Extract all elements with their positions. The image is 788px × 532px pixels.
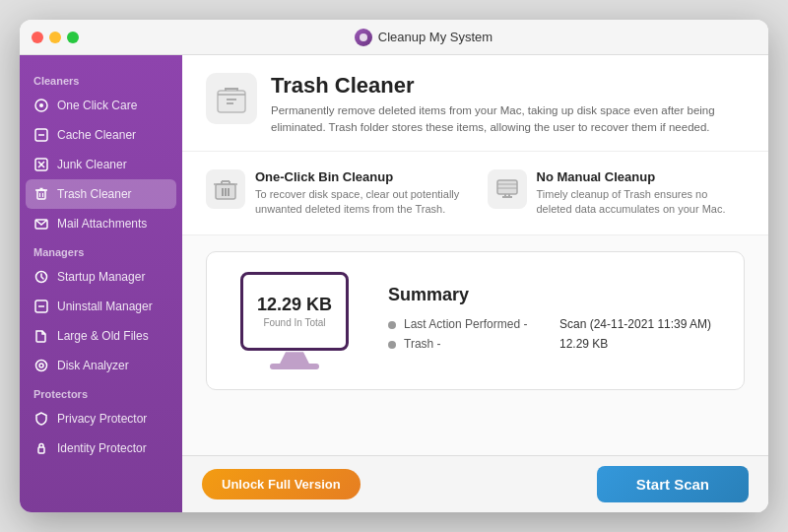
summary-info: Summary Last Action Performed - Scan (24… <box>388 285 720 357</box>
dot-1 <box>388 341 396 349</box>
feature-no-manual-title: No Manual Cleanup <box>537 169 746 184</box>
monitor-base <box>270 364 319 369</box>
page-title: Trash Cleaner <box>271 73 744 99</box>
sidebar-label-cache-cleaner: Cache Cleaner <box>57 128 136 142</box>
summary-row-0: Last Action Performed - Scan (24-11-2021… <box>388 317 720 331</box>
disk-analyzer-icon <box>33 358 49 373</box>
large-old-files-icon <box>33 328 49 344</box>
summary-size-label: Found In Total <box>263 317 325 328</box>
monitor-stand <box>280 352 309 364</box>
summary-row-1: Trash - 12.29 KB <box>388 337 720 351</box>
minimize-button[interactable] <box>49 32 61 43</box>
managers-section-label: Managers <box>20 238 182 262</box>
summary-label-0: Last Action Performed - <box>404 317 552 331</box>
svg-point-0 <box>360 33 367 41</box>
svg-rect-6 <box>37 190 45 199</box>
svg-point-15 <box>36 361 47 371</box>
feature-one-click-bin-text: One-Click Bin Cleanup To recover disk sp… <box>255 169 464 218</box>
sidebar-item-identity-protector[interactable]: Identity Protector <box>20 433 182 463</box>
summary-card: 12.29 KB Found In Total Summary Last Act… <box>206 251 745 390</box>
summary-value-1: 12.29 KB <box>559 337 608 351</box>
privacy-protector-icon <box>33 411 49 427</box>
summary-value-0: Scan (24-11-2021 11:39 AM) <box>559 317 711 331</box>
main-content: Trash Cleaner Permanently remove deleted… <box>182 55 768 512</box>
feature-one-click-bin-desc: To recover disk space, clear out potenti… <box>255 187 464 218</box>
cleaners-section-label: Cleaners <box>20 67 182 91</box>
traffic-lights <box>32 32 79 43</box>
no-manual-cleanup-icon <box>488 169 527 209</box>
app-window: Cleanup My System Cleaners One Click Car… <box>20 20 768 512</box>
feature-no-manual-cleanup: No Manual Cleanup Timely cleanup of Tras… <box>488 169 746 218</box>
svg-point-2 <box>39 103 43 107</box>
feature-no-manual-desc: Timely cleanup of Trash ensures no delet… <box>537 187 746 218</box>
svg-rect-17 <box>38 447 44 453</box>
sidebar-item-mail-attachments[interactable]: Mail Attachments <box>20 209 182 238</box>
feature-one-click-bin: One-Click Bin Cleanup To recover disk sp… <box>206 169 464 218</box>
sidebar-item-trash-cleaner[interactable]: Trash Cleaner <box>26 179 176 209</box>
sidebar-label-trash-cleaner: Trash Cleaner <box>57 187 132 201</box>
close-button[interactable] <box>32 32 43 43</box>
page-description: Permanently remove deleted items from yo… <box>271 102 744 137</box>
sidebar-item-cache-cleaner[interactable]: Cache Cleaner <box>20 120 182 150</box>
bottom-bar: Unlock Full Version Start Scan <box>182 455 768 512</box>
features-row: One-Click Bin Cleanup To recover disk sp… <box>182 152 768 236</box>
header-text: Trash Cleaner Permanently remove deleted… <box>271 73 744 137</box>
dot-0 <box>388 321 396 329</box>
svg-point-16 <box>39 364 43 367</box>
startup-manager-icon <box>33 269 49 285</box>
page-header: Trash Cleaner Permanently remove deleted… <box>182 55 768 152</box>
cache-cleaner-icon <box>33 127 49 143</box>
sidebar-label-large-old-files: Large & Old Files <box>57 329 149 343</box>
svg-rect-33 <box>497 180 517 194</box>
sidebar-item-large-old-files[interactable]: Large & Old Files <box>20 321 182 351</box>
titlebar-title: Cleanup My System <box>91 29 756 46</box>
sidebar-label-startup-manager: Startup Manager <box>57 270 145 284</box>
summary-label-1: Trash - <box>404 337 552 351</box>
mail-attachments-icon <box>33 216 49 232</box>
maximize-button[interactable] <box>67 32 79 43</box>
titlebar: Cleanup My System <box>20 20 768 55</box>
trash-cleaner-icon <box>33 186 49 202</box>
sidebar-label-disk-analyzer: Disk Analyzer <box>57 359 129 372</box>
sidebar-item-junk-cleaner[interactable]: Junk Cleaner <box>20 150 182 179</box>
sidebar-item-startup-manager[interactable]: Startup Manager <box>20 262 182 292</box>
page-header-icon <box>206 73 257 124</box>
monitor-graphic: 12.29 KB Found In Total <box>230 272 359 369</box>
feature-one-click-bin-title: One-Click Bin Cleanup <box>255 169 464 184</box>
one-click-care-icon <box>33 98 49 113</box>
content-area: Cleaners One Click Care Cache Cleaner Ju… <box>20 55 768 512</box>
sidebar-label-one-click-care: One Click Care <box>57 99 137 112</box>
unlock-full-version-button[interactable]: Unlock Full Version <box>202 469 361 499</box>
uninstall-manager-icon <box>33 299 49 314</box>
feature-no-manual-text: No Manual Cleanup Timely cleanup of Tras… <box>537 169 746 218</box>
sidebar-item-privacy-protector[interactable]: Privacy Protector <box>20 404 182 433</box>
summary-title: Summary <box>388 285 720 305</box>
junk-cleaner-icon <box>33 157 49 172</box>
monitor-screen: 12.29 KB Found In Total <box>240 272 349 351</box>
sidebar-label-identity-protector: Identity Protector <box>57 441 147 455</box>
start-scan-button[interactable]: Start Scan <box>597 466 749 502</box>
app-icon <box>355 29 372 46</box>
one-click-bin-icon <box>206 169 245 209</box>
sidebar-item-one-click-care[interactable]: One Click Care <box>20 91 182 120</box>
sidebar-item-uninstall-manager[interactable]: Uninstall Manager <box>20 292 182 321</box>
sidebar-label-junk-cleaner: Junk Cleaner <box>57 158 127 171</box>
protectors-section-label: Protectors <box>20 380 182 404</box>
app-title: Cleanup My System <box>378 30 492 44</box>
sidebar-label-uninstall-manager: Uninstall Manager <box>57 299 153 313</box>
identity-protector-icon <box>33 440 49 456</box>
sidebar-label-privacy-protector: Privacy Protector <box>57 412 147 426</box>
sidebar: Cleaners One Click Care Cache Cleaner Ju… <box>20 55 182 512</box>
sidebar-item-disk-analyzer[interactable]: Disk Analyzer <box>20 351 182 380</box>
sidebar-label-mail-attachments: Mail Attachments <box>57 217 147 231</box>
summary-section: 12.29 KB Found In Total Summary Last Act… <box>182 235 768 455</box>
summary-size-value: 12.29 KB <box>257 295 332 315</box>
